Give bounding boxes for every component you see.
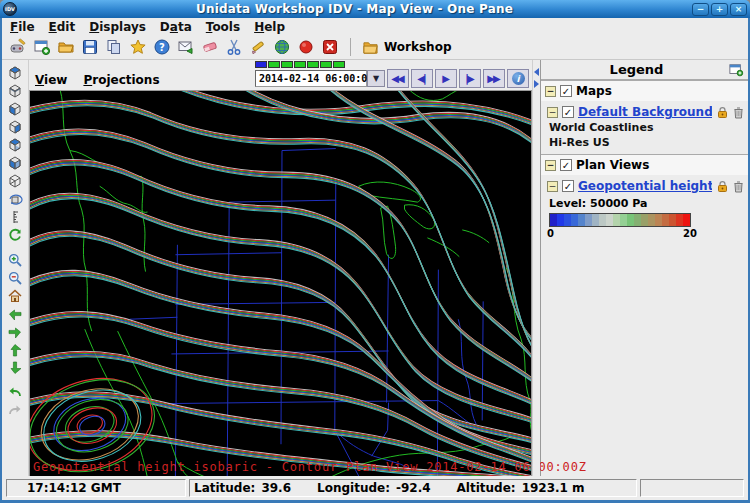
view-back-cube-icon[interactable] <box>6 154 24 172</box>
legend-panel: Legend Maps Default Background Maps Worl… <box>540 60 748 476</box>
vertical-scale-icon[interactable] <box>6 208 24 226</box>
workshop-folder-icon <box>362 40 379 55</box>
geopotential-link[interactable]: Geopotential height isob... <box>578 179 712 193</box>
splitter-collapse-right-icon[interactable] <box>534 80 539 88</box>
map-view-panel: View Projections 2014-02-14 06:00:00Z ▼ … <box>29 60 532 476</box>
float-legend-icon[interactable] <box>728 63 744 77</box>
home-view-icon[interactable] <box>6 287 24 305</box>
idv-app-icon[interactable]: IDV <box>3 2 17 16</box>
timeline-steps[interactable] <box>255 61 529 68</box>
map-layer-world-coastlines[interactable]: World Coastlines <box>541 120 748 135</box>
globe-icon[interactable] <box>272 38 291 57</box>
menu-tools[interactable]: Tools <box>206 20 240 34</box>
info-icon: i <box>512 72 525 85</box>
colorbar-max-label: 20 <box>683 228 697 239</box>
status-bar: 17:14:12 GMT Latitude: 39.6 Longitude: -… <box>2 476 748 500</box>
menu-displays[interactable]: Displays <box>89 20 146 34</box>
background-maps-link[interactable]: Default Background Maps <box>578 105 712 119</box>
view-top-cube-icon[interactable] <box>6 64 24 82</box>
pan-up-icon[interactable] <box>6 341 24 359</box>
anim-step-forward-button[interactable]: |▶ <box>459 69 481 88</box>
menu-edit[interactable]: Edit <box>49 20 76 34</box>
maximize-button[interactable]: + <box>711 3 728 16</box>
dashboard-icon[interactable] <box>8 38 27 57</box>
view-front-cube-icon[interactable] <box>6 136 24 154</box>
new-window-icon[interactable] <box>32 38 51 57</box>
legend-item-geopotential: Geopotential height isob... <box>541 175 748 194</box>
clock-display: 17:14:12 GMT <box>6 479 186 497</box>
copy-icon[interactable] <box>104 38 123 57</box>
pan-left-icon[interactable] <box>6 305 24 323</box>
collapse-icon[interactable] <box>545 160 556 171</box>
app-window: IDV Unidata Workshop IDV - Map View - On… <box>0 0 750 503</box>
redo-icon[interactable] <box>6 402 24 420</box>
collapse-icon[interactable] <box>547 107 558 118</box>
legend-splitter[interactable] <box>532 60 540 476</box>
stop-delete-icon[interactable] <box>320 38 339 57</box>
pan-right-icon[interactable] <box>6 323 24 341</box>
anim-go-first-button[interactable]: ◀◀ <box>387 69 409 88</box>
collapse-icon[interactable] <box>545 86 556 97</box>
legend-section-plan-views: Plan Views <box>541 154 748 175</box>
menu-bar: File Edit Displays Data Tools Help <box>2 18 748 35</box>
legend-title: Legend <box>545 62 728 77</box>
colorbar-min-label: 0 <box>547 228 554 239</box>
close-button[interactable]: × <box>730 3 747 16</box>
menu-file[interactable]: File <box>10 20 35 34</box>
view-right-cube-icon[interactable] <box>6 118 24 136</box>
lock-icon[interactable] <box>716 106 729 119</box>
anim-go-last-button[interactable]: ▶▶ <box>483 69 505 88</box>
main-toolbar: ? Workshop <box>2 35 748 60</box>
viewpoint-toolbar <box>2 60 29 476</box>
map-canvas[interactable]: Geopotential height isobaric - Contour P… <box>29 90 532 476</box>
workshop-label: Workshop <box>384 40 451 54</box>
save-icon[interactable] <box>80 38 99 57</box>
maps-visibility-checkbox[interactable] <box>560 85 572 97</box>
edit-pencil-icon[interactable] <box>248 38 267 57</box>
colorbar[interactable] <box>549 213 691 227</box>
lock-icon[interactable] <box>716 180 729 193</box>
menu-help[interactable]: Help <box>254 20 285 34</box>
trash-icon[interactable] <box>733 180 744 193</box>
send-mail-icon[interactable] <box>176 38 195 57</box>
zoom-in-icon[interactable] <box>6 251 24 269</box>
auto-rotate-icon[interactable] <box>6 226 24 244</box>
menu-view[interactable]: View <box>35 73 67 87</box>
window-body: File Edit Displays Data Tools Help ? <box>2 18 748 500</box>
cut-icon[interactable] <box>224 38 243 57</box>
record-icon[interactable] <box>296 38 315 57</box>
time-combobox[interactable]: 2014-02-14 06:00:00Z <box>255 70 367 87</box>
menu-data[interactable]: Data <box>160 20 192 34</box>
eraser-icon[interactable] <box>200 38 219 57</box>
cursor-position-display: Latitude: 39.6 Longitude: -92.4 Altitude… <box>189 479 637 497</box>
view-bottom-cube-icon[interactable] <box>6 82 24 100</box>
collapse-icon[interactable] <box>547 181 558 192</box>
toolbar-separator <box>350 38 351 56</box>
view-left-cube-icon[interactable] <box>6 100 24 118</box>
favorites-star-icon[interactable] <box>128 38 147 57</box>
anim-step-back-button[interactable]: ◀| <box>411 69 433 88</box>
zoom-out-icon[interactable] <box>6 269 24 287</box>
workshop-toolbar-group[interactable]: Workshop <box>362 40 451 55</box>
plan-views-visibility-checkbox[interactable] <box>560 159 572 171</box>
display-label: Geopotential height isobaric - Contour P… <box>33 460 587 474</box>
time-dropdown-icon[interactable]: ▼ <box>367 70 385 87</box>
title-bar[interactable]: IDV Unidata Workshop IDV - Map View - On… <box>0 0 750 18</box>
menu-projections[interactable]: Projections <box>83 73 159 87</box>
map-graphics <box>30 91 531 476</box>
background-maps-checkbox[interactable] <box>562 106 574 118</box>
geopotential-checkbox[interactable] <box>562 180 574 192</box>
pan-down-icon[interactable] <box>6 359 24 377</box>
rotate-view-icon[interactable] <box>6 190 24 208</box>
open-folder-icon[interactable] <box>56 38 75 57</box>
help-icon[interactable]: ? <box>152 38 171 57</box>
perspective-cube-icon[interactable] <box>6 172 24 190</box>
anim-properties-button[interactable]: i <box>507 69 529 88</box>
map-layer-hires-us[interactable]: Hi-Res US <box>541 135 748 150</box>
undo-icon[interactable] <box>6 384 24 402</box>
level-label: Level: 50000 Pa <box>541 194 748 212</box>
anim-play-button[interactable]: ▶ <box>435 69 457 88</box>
splitter-collapse-left-icon[interactable] <box>534 68 539 76</box>
trash-icon[interactable] <box>733 106 744 119</box>
minimize-button[interactable]: − <box>692 3 709 16</box>
